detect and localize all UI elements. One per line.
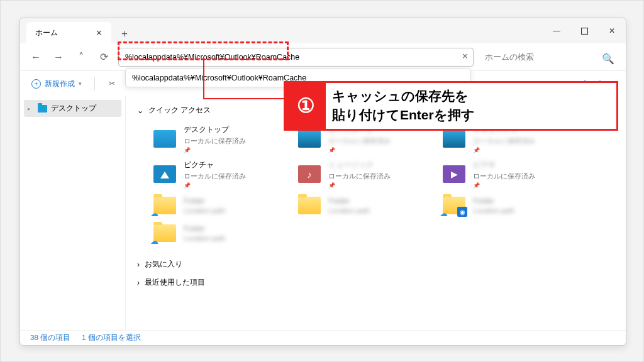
- item-folder-4[interactable]: ☁ FolderLocation path: [153, 222, 279, 244]
- refresh-button[interactable]: ⟳: [93, 47, 114, 68]
- nav-toolbar: ← → ˄ ⟳ ✕ 🔍: [20, 43, 626, 71]
- instruction-callout: ① キャッシュの保存先を 貼り付けてEnterを押す: [284, 81, 618, 131]
- chevron-right-icon: ›: [137, 278, 140, 287]
- up-button[interactable]: ˄: [70, 47, 92, 68]
- tab-home[interactable]: ホーム ✕: [26, 22, 111, 43]
- item-sub: ローカルに保存済み: [473, 172, 535, 181]
- cloud-icon: ☁: [150, 209, 158, 218]
- item-sub: ローカルに保存済み: [184, 136, 246, 146]
- chevron-down-icon: ▾: [79, 80, 82, 87]
- search-input[interactable]: [481, 48, 621, 67]
- item-sub: Location path: [328, 207, 370, 214]
- section-label: 最近使用した項目: [145, 277, 205, 288]
- address-bar: ✕: [118, 48, 474, 67]
- cut-button[interactable]: ✂: [103, 74, 121, 93]
- pictures-icon: [153, 163, 177, 185]
- item-name: ピクチャ: [184, 160, 246, 170]
- explorer-window: ホーム ✕ + — ✕ ← → ˄ ⟳ ✕ 🔍 + 新規作成 ▾ ✂ ⧉: [19, 18, 626, 346]
- separator: [94, 77, 95, 90]
- item-sub: ローカルに保存済み: [184, 172, 246, 181]
- new-button[interactable]: + 新規作成 ▾: [26, 76, 87, 92]
- item-folder-3[interactable]: ◉☁ FolderLocation path: [443, 195, 569, 216]
- new-label: 新規作成: [45, 79, 75, 89]
- status-bar: 38 個の項目 1 個の項目を選択: [20, 330, 626, 345]
- content-area: ▸ デスクトップ ⌄ クイック アクセス デスクトップ ローカルに保存済み 📌: [20, 96, 626, 330]
- music-icon: ♪: [298, 163, 322, 185]
- item-sub: ローカルに保存済み: [328, 136, 391, 146]
- downloads-icon: [298, 128, 322, 150]
- item-name: ミュージック: [328, 160, 391, 170]
- quick-access-grid: デスクトップ ローカルに保存済み 📌 ダウンロード ローカルに保存済み 📌: [137, 119, 614, 255]
- item-name: Folder: [328, 197, 370, 206]
- minimize-button[interactable]: —: [543, 18, 570, 43]
- section-label: クイック アクセス: [148, 105, 211, 116]
- videos-icon: ▶: [443, 163, 467, 185]
- pin-icon: 📌: [473, 182, 535, 189]
- item-desktop[interactable]: デスクトップ ローカルに保存済み 📌: [153, 124, 279, 153]
- pin-icon: 📌: [328, 182, 391, 189]
- close-window-button[interactable]: ✕: [598, 18, 626, 43]
- chevron-right-icon: ▸: [28, 106, 34, 112]
- item-music[interactable]: ♪ ミュージック ローカルに保存済み 📌: [298, 160, 424, 189]
- item-name: Folder: [184, 224, 225, 233]
- window-controls: — ✕: [543, 18, 626, 43]
- item-name: Folder: [184, 197, 225, 206]
- svg-rect-0: [581, 28, 587, 34]
- cloud-icon: ☁: [150, 236, 158, 246]
- item-sub: ローカルに保存済み: [473, 136, 535, 146]
- folder-icon: ☁: [153, 222, 177, 244]
- instruction-text: キャッシュの保存先を 貼り付けてEnterを押す: [326, 83, 616, 129]
- section-favorites[interactable]: › お気に入り: [137, 255, 614, 273]
- sidebar-item-desktop[interactable]: ▸ デスクトップ: [24, 100, 121, 117]
- clear-icon[interactable]: ✕: [462, 52, 469, 61]
- chevron-right-icon: ›: [137, 260, 140, 269]
- folder-icon: ◉☁: [443, 195, 467, 216]
- callout-connector: [203, 98, 284, 99]
- titlebar: ホーム ✕ + — ✕: [20, 18, 626, 43]
- pin-icon: 📌: [328, 147, 391, 153]
- sidebar-item-label: デスクトップ: [51, 103, 96, 114]
- item-name: ビデオ: [473, 160, 535, 170]
- close-icon[interactable]: ✕: [96, 28, 103, 38]
- search-icon: 🔍: [602, 53, 614, 65]
- item-name: デスクトップ: [184, 124, 246, 135]
- new-tab-button[interactable]: +: [115, 25, 134, 43]
- item-folder-2[interactable]: FolderLocation path: [298, 195, 424, 216]
- address-input[interactable]: [118, 48, 474, 67]
- section-recent[interactable]: › 最近使用した項目: [137, 273, 614, 292]
- suggestion-text: %localappdata%¥Microsoft¥Outlook¥RoamCac…: [132, 74, 306, 82]
- sidebar: ▸ デスクトップ: [20, 96, 126, 330]
- chevron-down-icon: ⌄: [137, 106, 143, 115]
- tab-title: ホーム: [35, 28, 58, 38]
- desktop-icon: [153, 128, 177, 150]
- item-sub: Location path: [184, 207, 225, 214]
- item-folder-1[interactable]: ☁ FolderLocation path: [153, 195, 279, 216]
- item-pictures[interactable]: ピクチャ ローカルに保存済み 📌: [153, 160, 279, 189]
- folder-icon: [38, 105, 47, 112]
- section-label: お気に入り: [145, 259, 182, 270]
- item-videos[interactable]: ▶ ビデオ ローカルに保存済み 📌: [443, 160, 569, 189]
- item-count: 38 個の項目: [30, 333, 70, 343]
- plus-icon: +: [31, 79, 41, 89]
- pin-icon: 📌: [473, 147, 535, 153]
- forward-button[interactable]: →: [48, 47, 69, 68]
- onedrive-icon: ◉: [457, 207, 467, 217]
- item-sub: Location path: [473, 207, 514, 214]
- callout-connector: [203, 60, 204, 99]
- selected-count: 1 個の項目を選択: [82, 333, 141, 343]
- item-sub: Location path: [184, 234, 225, 242]
- pin-icon: 📌: [184, 182, 246, 189]
- documents-icon: [443, 128, 467, 150]
- main-panel[interactable]: ⌄ クイック アクセス デスクトップ ローカルに保存済み 📌 ダウンロード: [126, 96, 626, 330]
- pin-icon: 📌: [184, 147, 246, 153]
- folder-icon: [298, 195, 322, 216]
- back-button[interactable]: ←: [25, 47, 47, 68]
- item-sub: ローカルに保存済み: [328, 172, 391, 181]
- item-name: Folder: [473, 197, 514, 206]
- maximize-button[interactable]: [570, 18, 598, 43]
- cloud-icon: ☁: [440, 209, 448, 218]
- step-number: ①: [286, 83, 326, 129]
- search-bar: 🔍: [481, 48, 621, 67]
- folder-icon: ☁: [153, 195, 177, 216]
